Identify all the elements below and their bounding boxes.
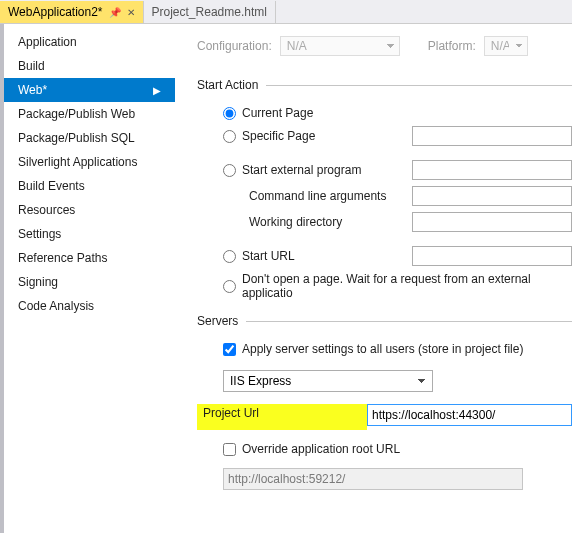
divider [246, 321, 572, 322]
sidebar-item-code-analysis[interactable]: Code Analysis [4, 294, 175, 318]
configuration-dropdown[interactable]: N/A [280, 36, 400, 56]
sidebar-item-reference-paths[interactable]: Reference Paths [4, 246, 175, 270]
web-properties-panel: Configuration: N/A Platform: N/A Start A… [175, 24, 572, 533]
override-root-checkbox[interactable] [223, 443, 236, 456]
radio-dont-open-input[interactable] [223, 280, 236, 293]
radio-current-page-input[interactable] [223, 107, 236, 120]
project-properties-sidebar: Application Build Web* ▶ Package/Publish… [0, 24, 175, 533]
radio-start-external-input[interactable] [223, 164, 236, 177]
apply-server-settings-row[interactable]: Apply server settings to all users (stor… [223, 342, 572, 356]
radio-start-external[interactable]: Start external program [223, 160, 572, 180]
sidebar-item-settings[interactable]: Settings [4, 222, 175, 246]
server-type-dropdown[interactable]: IIS Express [223, 370, 433, 392]
divider [266, 85, 572, 86]
pin-icon[interactable]: 📌 [109, 7, 121, 18]
sidebar-item-package-publish-sql[interactable]: Package/Publish SQL [4, 126, 175, 150]
tab-webapplication2[interactable]: WebApplication2* 📌 ✕ [0, 1, 144, 23]
radio-current-page[interactable]: Current Page [223, 106, 572, 120]
start-action-heading: Start Action [197, 78, 572, 92]
tab-label: Project_Readme.html [152, 5, 267, 19]
platform-dropdown[interactable]: N/A [484, 36, 528, 56]
override-root-row[interactable]: Override application root URL [223, 442, 572, 456]
servers-heading: Servers [197, 314, 572, 328]
document-tabs: WebApplication2* 📌 ✕ Project_Readme.html [0, 0, 572, 24]
sidebar-item-package-publish-web[interactable]: Package/Publish Web [4, 102, 175, 126]
sidebar-item-resources[interactable]: Resources [4, 198, 175, 222]
chevron-right-icon: ▶ [153, 85, 161, 96]
sidebar-item-signing[interactable]: Signing [4, 270, 175, 294]
sidebar-item-build[interactable]: Build [4, 54, 175, 78]
radio-specific-page-input[interactable] [223, 130, 236, 143]
command-line-args-row: Command line arguments [249, 186, 572, 206]
sidebar-item-silverlight[interactable]: Silverlight Applications [4, 150, 175, 174]
start-external-input[interactable] [412, 160, 572, 180]
project-url-row: Project Url [197, 404, 572, 430]
sidebar-item-application[interactable]: Application [4, 30, 175, 54]
tab-label: WebApplication2* [8, 5, 103, 19]
close-icon[interactable]: ✕ [127, 7, 135, 18]
radio-start-url[interactable]: Start URL [223, 246, 572, 266]
project-url-input[interactable] [367, 404, 572, 426]
specific-page-input[interactable] [412, 126, 572, 146]
configuration-label: Configuration: [197, 39, 272, 53]
platform-label: Platform: [428, 39, 476, 53]
sidebar-item-build-events[interactable]: Build Events [4, 174, 175, 198]
start-url-input[interactable] [412, 246, 572, 266]
sidebar-item-web[interactable]: Web* ▶ [4, 78, 175, 102]
sidebar-item-label: Web* [18, 83, 47, 97]
tab-project-readme[interactable]: Project_Readme.html [144, 1, 276, 23]
command-line-args-input[interactable] [412, 186, 572, 206]
root-url-input [223, 468, 523, 490]
working-directory-row: Working directory [249, 212, 572, 232]
working-directory-input[interactable] [412, 212, 572, 232]
radio-start-url-input[interactable] [223, 250, 236, 263]
radio-specific-page[interactable]: Specific Page [223, 126, 572, 146]
radio-dont-open[interactable]: Don't open a page. Wait for a request fr… [223, 272, 572, 300]
project-url-label: Project Url [197, 404, 367, 430]
apply-server-settings-checkbox[interactable] [223, 343, 236, 356]
